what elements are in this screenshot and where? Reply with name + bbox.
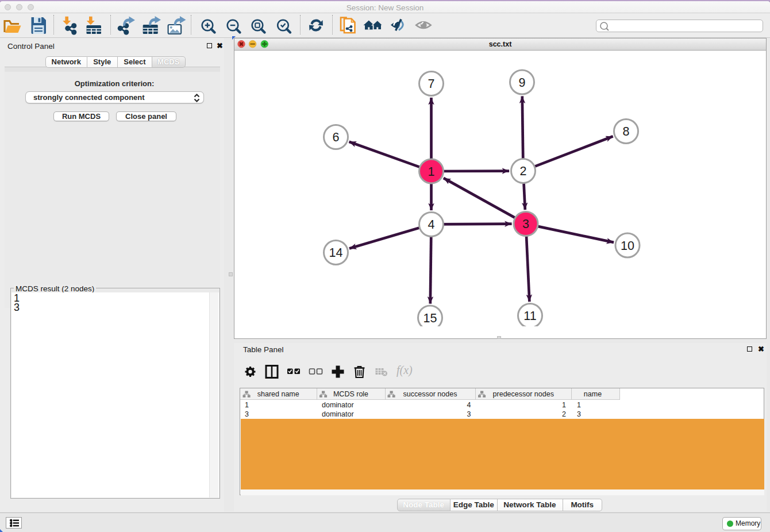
svg-text:15: 15 xyxy=(424,311,437,325)
svg-text:11: 11 xyxy=(523,309,536,323)
svg-text:2: 2 xyxy=(520,164,527,178)
svg-text:7: 7 xyxy=(428,77,435,91)
svg-text:6: 6 xyxy=(333,130,340,144)
svg-text:4: 4 xyxy=(428,218,435,232)
svg-text:14: 14 xyxy=(329,246,343,260)
svg-text:10: 10 xyxy=(621,239,634,253)
svg-text:3: 3 xyxy=(522,217,529,231)
svg-text:9: 9 xyxy=(519,76,526,90)
svg-text:8: 8 xyxy=(623,125,630,138)
svg-text:1: 1 xyxy=(428,165,435,179)
